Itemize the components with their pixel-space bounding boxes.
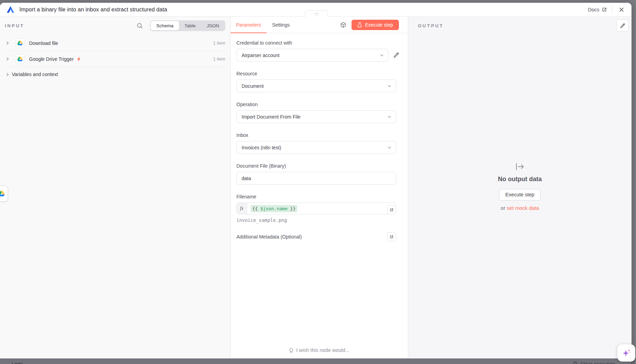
parameters-panel: Parameters Settings Execute step (231, 17, 408, 358)
set-mock-data-link[interactable]: set mock data (507, 205, 539, 211)
input-view-switcher: Schema Table JSON (150, 20, 225, 31)
metadata-label: Additional Metadata (Optional) (236, 234, 302, 240)
node-feedback-link[interactable]: I wish this node would... (231, 347, 408, 353)
no-output-title: No output data (498, 176, 542, 183)
close-button[interactable] (618, 6, 625, 13)
input-caption: INPUT (5, 23, 25, 28)
inbox-label: Inbox (236, 132, 400, 138)
google-drive-icon (15, 54, 25, 64)
external-link-icon (602, 7, 607, 12)
tab-table[interactable]: Table (179, 21, 201, 30)
lightbulb-icon (289, 347, 293, 353)
google-drive-icon (15, 38, 25, 48)
search-icon (137, 22, 143, 29)
sparkles-icon (622, 348, 631, 358)
execute-step-secondary-button[interactable]: Execute step (499, 189, 541, 200)
node-detail-view-modal: Import a binary file into an inbox and e… (0, 3, 632, 358)
expression-chip: {{ $json.name }} (251, 205, 297, 212)
resource-select[interactable]: Document (236, 80, 396, 92)
edit-credential-button[interactable] (393, 52, 400, 58)
chevron-down-icon (387, 114, 392, 119)
clear-execution-label: Clear execution (580, 361, 615, 364)
fx-badge: fx (237, 203, 247, 214)
execute-step-button[interactable]: Execute step (352, 20, 399, 30)
chevron-right-icon (6, 57, 9, 61)
input-node-handle[interactable] (0, 186, 8, 202)
titlebar-divider (612, 7, 612, 13)
google-drive-icon (0, 190, 5, 197)
pencil-icon (393, 52, 400, 58)
docs-link-label: Docs (588, 7, 599, 12)
trigger-bolt-icon (77, 57, 81, 62)
tree-row-variables-context[interactable]: Variables and context (4, 67, 226, 82)
operation-value: Import Document From File (242, 114, 300, 120)
inbox-value: Invoices (n8n test) (242, 145, 281, 150)
tab-parameters[interactable]: Parameters (231, 17, 266, 33)
input-search-button[interactable] (137, 22, 143, 29)
tree-row-download-file[interactable]: Download file 1 item (4, 35, 226, 51)
open-expression-editor-button[interactable] (387, 205, 396, 214)
binary-field-input[interactable]: data (236, 172, 396, 185)
or-text: or (501, 205, 505, 211)
node-version-button[interactable] (340, 22, 346, 28)
filename-expression-input[interactable]: fx {{ $json.name }} (236, 203, 396, 214)
operation-select[interactable]: Import Document From File (236, 110, 396, 123)
parameters-header: Parameters Settings Execute step (231, 17, 408, 33)
output-panel: OUTPUT No output data Execute step or se… (408, 17, 632, 358)
node-feedback-label: I wish this node would... (296, 347, 349, 353)
chevron-right-icon (6, 73, 9, 76)
tab-schema[interactable]: Schema (151, 21, 179, 30)
resource-value: Document (242, 83, 264, 89)
tab-json[interactable]: JSON (201, 21, 225, 30)
tab-settings[interactable]: Settings (266, 17, 295, 33)
parameters-form: Credential to connect with Airparser acc… (231, 33, 408, 358)
chevron-down-icon (387, 145, 392, 150)
credential-select[interactable]: Airparser account (236, 49, 389, 62)
chevron-down-icon (387, 84, 392, 88)
credential-value: Airparser account (242, 53, 280, 58)
filename-label: Filename (236, 194, 400, 199)
tree-row-count: 1 item (213, 40, 226, 46)
panel-drag-handle[interactable] (305, 10, 328, 17)
flask-icon (357, 22, 362, 27)
tree-row-count: 1 item (213, 56, 226, 62)
binary-field-label: Document File (Binary) (236, 163, 400, 169)
input-panel: INPUT Schema Table JSON (0, 17, 231, 358)
bar-arrow-right-icon (515, 162, 525, 171)
input-schema-tree: Download file 1 item Google Drive Trigge… (0, 35, 230, 82)
expand-expression-icon (390, 235, 394, 239)
page-title: Import a binary file into an inbox and e… (19, 7, 167, 13)
tree-row-label: Google Drive Trigger (29, 56, 74, 62)
resource-label: Resource (236, 71, 400, 76)
binary-field-value: data (242, 176, 251, 181)
tree-row-label: Download file (29, 40, 58, 46)
expression-preview: invoice_sample.png (236, 217, 400, 223)
logs-toggle[interactable]: Logs (12, 361, 22, 364)
operation-label: Operation (236, 102, 400, 107)
credential-label: Credential to connect with (236, 40, 400, 46)
inbox-select[interactable]: Invoices (n8n test) (236, 141, 396, 154)
cube-icon (340, 22, 346, 28)
clear-execution-button[interactable]: Clear execution (573, 361, 615, 364)
chevron-right-icon (6, 41, 9, 45)
trash-icon (573, 361, 578, 364)
tree-row-google-drive-trigger[interactable]: Google Drive Trigger 1 item (4, 51, 226, 67)
docs-link[interactable]: Docs (588, 7, 607, 12)
open-metadata-editor-button[interactable] (387, 232, 396, 241)
tree-row-label: Variables and context (12, 72, 58, 77)
expand-expression-icon (390, 208, 394, 212)
airparser-logo-icon (6, 5, 15, 14)
no-output-placeholder: No output data Execute step or set mock … (408, 14, 632, 358)
ai-assistant-button[interactable] (617, 344, 635, 362)
logs-bar: Logs Clear execution (0, 358, 636, 364)
execute-step-label: Execute step (365, 22, 393, 28)
chevron-down-icon (380, 53, 384, 57)
close-icon (619, 7, 624, 12)
